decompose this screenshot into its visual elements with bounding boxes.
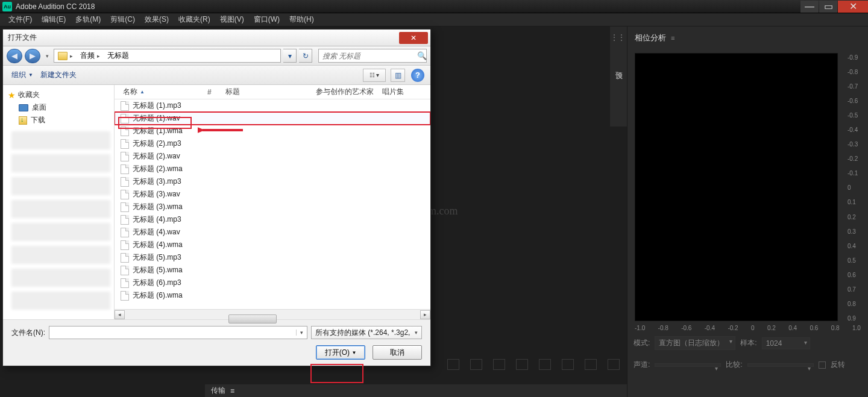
star-icon: ★ (8, 90, 16, 100)
open-file-dialog: 打开文件 ✕ ◀ ▶ ▾ ▸ 音频▸ 无标题 ▾ ↻ 🔍 组织▼ 新建文件夹 ☷… (2, 29, 431, 366)
menu-view[interactable]: 视图(V) (216, 13, 248, 26)
file-name: 无标题 (2).mp3 (133, 139, 181, 149)
minimize-button[interactable]: — (800, 1, 819, 13)
grip-icon[interactable]: ⋮⋮⋮ (610, 33, 627, 42)
scroll-thumb[interactable] (228, 314, 277, 324)
menu-clip[interactable]: 剪辑(C) (107, 13, 139, 26)
tool-icon[interactable] (447, 359, 459, 370)
file-row[interactable]: 无标题 (1).mp3 (115, 99, 430, 112)
address-bar[interactable]: ▸ 音频▸ 无标题 (54, 49, 281, 63)
menu-favorites[interactable]: 收藏夹(R) (175, 13, 214, 26)
file-row[interactable]: 无标题 (3).wma (115, 201, 430, 213)
file-row[interactable]: 无标题 (1).wav (115, 112, 430, 125)
nav-history-dropdown[interactable]: ▾ (43, 53, 51, 59)
col-artist[interactable]: 参与创作的艺术家 (312, 87, 379, 97)
menu-edit[interactable]: 编辑(E) (38, 13, 69, 26)
file-row[interactable]: 无标题 (2).wav (115, 150, 430, 163)
file-row[interactable]: 无标题 (5).mp3 (115, 251, 430, 264)
help-button[interactable]: ? (411, 69, 424, 82)
menu-effects[interactable]: 效果(S) (141, 13, 172, 26)
menu-file[interactable]: 文件(F) (5, 13, 36, 26)
file-row[interactable]: 无标题 (1).wma (115, 125, 430, 137)
organize-button[interactable]: 组织▼ (9, 69, 36, 81)
tool-icon[interactable] (516, 359, 528, 370)
file-row[interactable]: 无标题 (5).wma (115, 264, 430, 277)
tool-icon[interactable] (562, 359, 574, 370)
file-row[interactable]: 无标题 (4).wma (115, 239, 430, 251)
search-input[interactable] (322, 52, 414, 60)
col-title[interactable]: 标题 (222, 87, 312, 97)
file-icon (121, 164, 129, 174)
file-row[interactable]: 无标题 (2).wma (115, 163, 430, 175)
filetype-dropdown[interactable]: 所有支持的媒体 (*.264, *.3g2,▾ (311, 326, 422, 339)
col-name[interactable]: 名称▲ (119, 87, 204, 97)
app-close-button[interactable]: ✕ (838, 1, 868, 13)
menu-window[interactable]: 窗口(W) (250, 13, 283, 26)
file-row[interactable]: 无标题 (2).mp3 (115, 137, 430, 150)
nav-desktop[interactable]: 桌面 (3, 101, 114, 114)
filename-dropdown[interactable]: ▾ (296, 330, 307, 336)
maximize-button[interactable]: ▭ (819, 1, 837, 13)
invert-label: 反转 (831, 360, 845, 370)
file-row[interactable]: 无标题 (6).mp3 (115, 277, 430, 289)
filename-input[interactable] (49, 328, 296, 337)
tick: 1.0 (852, 325, 861, 331)
scroll-right[interactable]: ▸ (420, 310, 430, 319)
search-box[interactable]: 🔍 (318, 49, 427, 63)
menu-multitrack[interactable]: 多轨(M) (72, 13, 104, 26)
view-dropdown[interactable]: ☷ ▾ (363, 69, 386, 82)
file-name: 无标题 (6).wma (133, 290, 183, 301)
transport-panel: 传输 ≡ (205, 384, 627, 397)
compare-dropdown[interactable] (747, 363, 814, 367)
preview-pane-button[interactable]: ▥ (391, 69, 405, 82)
col-number[interactable]: # (204, 88, 222, 96)
tick: 0.2 (767, 325, 776, 331)
channel-label: 声道: (634, 360, 650, 370)
samples-dropdown[interactable]: 1024 (762, 337, 810, 349)
hamburger-icon[interactable]: ≡ (230, 387, 234, 395)
nav-back-button[interactable]: ◀ (7, 49, 22, 63)
cancel-button[interactable]: 取消 (373, 345, 422, 360)
col-album[interactable]: 唱片集 (379, 87, 409, 97)
breadcrumb-seg[interactable]: 无标题 (107, 51, 129, 61)
dialog-titlebar[interactable]: 打开文件 ✕ (3, 30, 430, 46)
refresh-button[interactable]: ↻ (299, 49, 312, 63)
tool-icon[interactable] (539, 359, 551, 370)
tool-icon[interactable] (470, 359, 482, 370)
mode-dropdown[interactable]: 直方图（日志缩放） (655, 336, 735, 350)
open-button[interactable]: 打开(O) ▼ (316, 345, 365, 360)
tick: -0.6 (681, 325, 691, 331)
file-row[interactable]: 无标题 (6).wma (115, 289, 430, 302)
search-icon[interactable]: 🔍 (417, 51, 427, 60)
favorites-header[interactable]: ★收藏夹 (3, 89, 114, 101)
tick: 0.4 (839, 243, 864, 249)
file-row[interactable]: 无标题 (4).mp3 (115, 213, 430, 226)
file-icon (121, 278, 129, 288)
horizontal-scrollbar[interactable]: ◂ ▸ (115, 309, 430, 319)
hamburger-icon[interactable]: ≡ (671, 34, 675, 42)
tool-icon[interactable] (608, 359, 620, 370)
desktop-icon (19, 104, 28, 111)
address-dropdown[interactable]: ▾ (283, 49, 297, 63)
channel-dropdown[interactable] (655, 363, 721, 367)
scroll-left[interactable]: ◂ (115, 310, 125, 319)
file-row[interactable]: 无标题 (3).wav (115, 188, 430, 201)
menu-help[interactable]: 帮助(H) (286, 13, 318, 26)
filename-field[interactable]: ▾ (49, 326, 307, 339)
dialog-close-button[interactable]: ✕ (399, 32, 428, 44)
invert-checkbox[interactable] (819, 361, 826, 369)
new-folder-button[interactable]: 新建文件夹 (38, 69, 79, 81)
tick: 0.4 (788, 325, 797, 331)
breadcrumb-seg[interactable]: 音频 (80, 51, 95, 61)
nav-fwd-button[interactable]: ▶ (25, 49, 40, 63)
file-row[interactable]: 无标题 (4).wav (115, 226, 430, 239)
tool-icon[interactable] (493, 359, 505, 370)
nav-downloads[interactable]: 下载 (3, 114, 114, 127)
file-row[interactable]: 无标题 (3).mp3 (115, 175, 430, 188)
tick: 0.3 (839, 228, 864, 235)
tick: 0 (839, 184, 864, 191)
phase-ruler-horizontal: -1.0 -0.8 -0.6 -0.4 -0.2 0 0.2 0.4 0.6 0… (627, 324, 868, 331)
app-logo: Au (2, 2, 12, 11)
filename-label: 文件名(N): (11, 328, 45, 338)
tool-icon[interactable] (585, 359, 597, 370)
